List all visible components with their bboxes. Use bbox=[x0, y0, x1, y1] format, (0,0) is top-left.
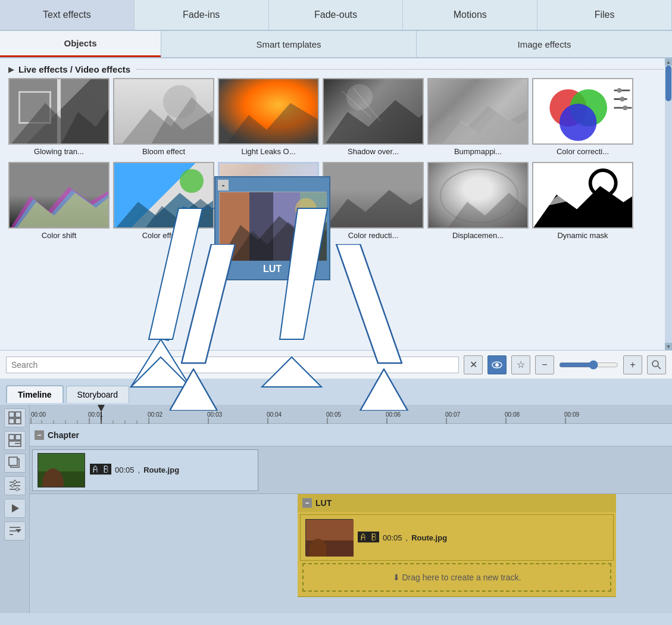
bloom-svg bbox=[114, 79, 214, 145]
chapter-collapse-btn[interactable]: − bbox=[35, 430, 44, 440]
svg-marker-29 bbox=[446, 193, 529, 229]
zoom-plus-button[interactable]: + bbox=[623, 355, 642, 374]
timeline-body: 00:00 00:01 00:02 00:03 00:04 00:05 00:0… bbox=[0, 405, 672, 613]
ruler-svg: 00:00 00:01 00:02 00:03 00:04 00:05 00:0… bbox=[30, 405, 625, 424]
section-dots bbox=[136, 69, 664, 70]
svg-rect-54 bbox=[9, 435, 14, 440]
drag-here-zone[interactable]: ⬇ Drag here to create a new track. bbox=[302, 563, 611, 592]
scroll-down-arrow[interactable]: ▼ bbox=[665, 343, 672, 350]
copy-icon bbox=[8, 457, 21, 470]
filter-icon bbox=[8, 479, 21, 492]
collapse-triangle[interactable]: ▶ bbox=[8, 65, 14, 74]
search-icon-button[interactable] bbox=[647, 355, 666, 374]
toolbar-play-btn[interactable] bbox=[4, 499, 26, 518]
displacement-svg bbox=[429, 163, 529, 229]
svg-marker-6 bbox=[324, 100, 424, 145]
add-track-icon bbox=[8, 434, 21, 447]
search-bar: ✕ ☆ − + bbox=[0, 350, 672, 379]
lightleaks-svg bbox=[219, 79, 319, 145]
clip-thumbnail-main bbox=[37, 453, 85, 488]
effect-color-correction[interactable]: Color correcti... bbox=[532, 78, 633, 156]
effect-color-shift[interactable]: Color shift bbox=[8, 162, 110, 240]
effect-label-colorreduction: Color reducti... bbox=[348, 231, 399, 240]
effect-bumpmapping[interactable]: Bumpmappi... bbox=[427, 78, 529, 156]
svg-point-66 bbox=[15, 488, 18, 491]
toolbar-filter-btn[interactable] bbox=[4, 476, 26, 495]
clip-thumb-svg-main bbox=[38, 454, 85, 488]
lut-track: − LUT 🅰🅱 00 bbox=[30, 494, 672, 597]
glowing-svg bbox=[10, 79, 110, 145]
timeline-tab-timeline[interactable]: Timeline bbox=[6, 385, 64, 403]
tab-text-effects[interactable]: Text effects bbox=[0, 0, 135, 30]
effect-color-effects[interactable]: Color effects bbox=[113, 162, 214, 240]
effect-thumb-glowing bbox=[8, 78, 110, 145]
effect-glowing-transition[interactable]: Glowing tran... bbox=[8, 78, 110, 156]
effect-label-lightleaks: Light Leaks O... bbox=[241, 147, 295, 156]
tab-image-effects[interactable]: Image effects bbox=[417, 31, 672, 57]
tab-motions[interactable]: Motions bbox=[403, 0, 537, 30]
second-tab-bar: Objects Smart templates Image effects bbox=[0, 31, 672, 58]
svg-line-45 bbox=[658, 366, 661, 369]
scrollbar[interactable]: ▲ ▼ bbox=[665, 58, 672, 350]
clear-search-button[interactable]: ✕ bbox=[464, 355, 483, 374]
sort-icon bbox=[8, 524, 21, 538]
toolbar-copy-btn[interactable] bbox=[4, 454, 26, 473]
clip-info-main: 🅰🅱 00:05, Route.jpg bbox=[90, 464, 179, 476]
effect-label-dynamicmask: Dynamic mask bbox=[557, 231, 608, 240]
lut-popup-thumb bbox=[219, 192, 326, 260]
effect-bloom[interactable]: Bloom effect bbox=[113, 78, 214, 156]
effect-dynamic-mask[interactable]: Dynamic mask bbox=[532, 162, 633, 240]
scroll-thumb[interactable] bbox=[665, 65, 671, 101]
svg-text:00:01: 00:01 bbox=[88, 411, 103, 418]
section-header: ▶ Live effects / Video effects bbox=[0, 58, 672, 78]
star-filter-button[interactable]: ☆ bbox=[511, 355, 530, 374]
effect-shadow-overlay[interactable]: Shadow over... bbox=[323, 78, 424, 156]
search-icon bbox=[652, 360, 661, 370]
effect-thumb-displacement bbox=[427, 162, 529, 229]
effects-row-1: Glowing tran... Bloom effect Light Leaks… bbox=[0, 78, 672, 162]
svg-text:00:07: 00:07 bbox=[445, 411, 460, 418]
lut-popup-minus-btn[interactable]: - bbox=[218, 180, 229, 190]
dynamicmask-svg bbox=[533, 162, 632, 229]
effect-thumb-colorshift bbox=[8, 162, 110, 229]
timeline-ruler: 00:00 00:01 00:02 00:03 00:04 00:05 00:0… bbox=[30, 405, 672, 424]
scroll-up-arrow[interactable]: ▲ bbox=[665, 58, 672, 65]
svg-rect-51 bbox=[15, 412, 21, 417]
lut-clip-item[interactable]: 🅰🅱 00:05, Route.jpg bbox=[300, 514, 614, 561]
effect-color-reduction[interactable]: Color reducti... bbox=[323, 162, 424, 240]
clip-type-icon: 🅰🅱 bbox=[90, 464, 111, 476]
svg-point-44 bbox=[652, 361, 658, 367]
svg-text:00:05: 00:05 bbox=[326, 411, 341, 418]
tab-smart-templates[interactable]: Smart templates bbox=[161, 31, 417, 57]
svg-point-41 bbox=[295, 198, 317, 220]
zoom-slider[interactable] bbox=[559, 360, 618, 370]
svg-text:00:09: 00:09 bbox=[564, 411, 579, 418]
effect-light-leaks[interactable]: Light Leaks O... bbox=[218, 78, 319, 156]
svg-point-20 bbox=[623, 105, 627, 110]
zoom-minus-button[interactable]: − bbox=[535, 355, 554, 374]
tab-fade-ins[interactable]: Fade-ins bbox=[135, 0, 269, 30]
tab-files[interactable]: Files bbox=[537, 0, 672, 30]
svg-point-18 bbox=[617, 88, 622, 93]
lut-clip-time: 00:05 bbox=[383, 533, 402, 542]
effect-label-coloreffects: Color effects bbox=[142, 231, 186, 240]
clip-item-main[interactable]: 🅰🅱 00:05, Route.jpg bbox=[32, 449, 258, 491]
svg-rect-50 bbox=[9, 412, 14, 417]
tab-objects[interactable]: Objects bbox=[0, 31, 161, 57]
eye-filter-button[interactable] bbox=[487, 355, 507, 374]
svg-point-64 bbox=[13, 481, 16, 484]
effect-thumb-colorreduction bbox=[323, 162, 424, 229]
effect-displacement[interactable]: Displacemen... bbox=[427, 162, 529, 240]
toolbar-add-track-btn[interactable] bbox=[4, 431, 26, 450]
timeline-tab-storyboard[interactable]: Storyboard bbox=[66, 386, 129, 403]
toolbar-sort-btn[interactable] bbox=[4, 521, 26, 540]
search-input[interactable] bbox=[6, 357, 459, 373]
svg-point-24 bbox=[180, 169, 204, 193]
toolbar-grid-btn[interactable] bbox=[4, 408, 26, 427]
eye-icon bbox=[492, 361, 502, 368]
tab-fade-outs[interactable]: Fade-outs bbox=[269, 0, 404, 30]
effect-thumb-dynamicmask bbox=[532, 162, 633, 229]
effect-thumb-lightleaks bbox=[218, 78, 319, 145]
effect-thumb-colorcorrect bbox=[532, 78, 633, 145]
lut-track-collapse-btn[interactable]: − bbox=[302, 498, 312, 508]
